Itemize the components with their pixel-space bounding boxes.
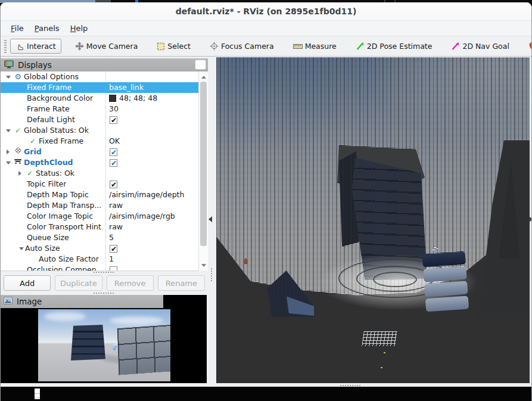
toolbar-drag-handle[interactable] — [4, 40, 7, 53]
time-panel-handle[interactable] — [35, 388, 40, 399]
tree-row-default-light[interactable]: Default Light✔ — [1, 114, 208, 125]
property-value-cell[interactable]: 5 — [105, 232, 208, 243]
measure-tool-button[interactable]: Measure — [288, 39, 342, 54]
menu-panels[interactable]: Panels — [29, 22, 65, 35]
scan-ring — [373, 272, 417, 287]
hide-left-dock-icon[interactable] — [209, 216, 212, 222]
splitter-handle[interactable] — [94, 272, 114, 273]
property-label: Color Image Topic — [27, 211, 93, 222]
display-buttons-row: Add Duplicate Remove Rename — [1, 275, 208, 291]
property-value-cell[interactable] — [105, 265, 208, 271]
tree-row-topic-filter[interactable]: Topic Filter✔ — [1, 179, 208, 189]
displays-tree[interactable]: ⚙Global OptionsFixed Framebase_linkBackg… — [1, 72, 208, 271]
property-value-cell[interactable]: /airsim/image/rgb — [105, 211, 208, 222]
tree-row-status-ok[interactable]: ✓Status: Ok — [1, 168, 208, 179]
render-viewport[interactable] — [216, 57, 530, 383]
property-value-cell[interactable]: raw — [105, 222, 208, 232]
collapse-arrow-icon[interactable] — [17, 247, 25, 250]
checkbox-checked[interactable]: ✔ — [110, 148, 117, 156]
property-label: Fixed Frame — [39, 136, 83, 147]
property-value-cell[interactable] — [105, 125, 208, 136]
tree-row-auto-size-factor[interactable]: Auto Size Factor1 — [1, 254, 208, 265]
property-value-cell[interactable] — [105, 168, 208, 179]
tree-row-auto-size[interactable]: Auto Size✔ — [1, 243, 208, 254]
scroll-up-icon[interactable] — [201, 76, 206, 79]
wall-slat — [422, 251, 466, 268]
tree-row-fixed-frame[interactable]: ✓Fixed FrameOK — [1, 136, 208, 147]
tree-row-background-color[interactable]: Background Color48; 48; 48 — [1, 93, 208, 104]
property-value-cell[interactable]: /airsim/image/depth — [105, 189, 208, 200]
property-value-cell[interactable]: 48; 48; 48 — [105, 93, 208, 104]
axis-dot — [381, 367, 382, 368]
collapse-arrow-icon[interactable] — [4, 161, 12, 164]
title-bar[interactable]: default.rviz* - RViz (on 2895e1fb0d11) — [1, 2, 531, 21]
publish-point-tool-button[interactable]: Publish Point — [523, 39, 532, 54]
checkbox-unchecked[interactable] — [110, 266, 117, 272]
expand-arrow-icon[interactable] — [16, 171, 24, 176]
property-value-cell[interactable]: base_link — [105, 82, 208, 93]
image-panel-header[interactable]: Image — [1, 295, 163, 308]
tree-row-fixed-frame[interactable]: Fixed Framebase_link — [1, 82, 208, 93]
vertical-splitter[interactable] — [208, 57, 216, 384]
splitter-handle[interactable] — [94, 293, 114, 294]
duplicate-button[interactable]: Duplicate — [55, 275, 102, 291]
property-value-cell[interactable]: ✔ — [105, 179, 208, 189]
property-name-cell: Topic Filter — [1, 179, 105, 189]
tree-row-occlusion-compen[interactable]: Occlusion Compen... — [1, 265, 208, 271]
checkbox-checked[interactable]: ✔ — [110, 116, 117, 124]
tree-scrollbar[interactable] — [198, 72, 208, 271]
checkbox-checked[interactable]: ✔ — [110, 181, 117, 188]
checkbox-checked[interactable]: ✔ — [110, 245, 117, 253]
select-tool-button[interactable]: Select — [151, 39, 196, 54]
property-value: base_link — [109, 82, 144, 93]
tree-row-frame-rate[interactable]: Frame Rate30 — [1, 104, 208, 114]
rename-button[interactable]: Rename — [158, 275, 205, 291]
status-ok-icon: ✓ — [27, 136, 39, 147]
tree-row-depth-map-topic[interactable]: Depth Map Topic/airsim/image/depth — [1, 189, 208, 200]
axis-dot — [384, 352, 385, 353]
pose-estimate-tool-button[interactable]: 2D Pose Estimate — [350, 39, 438, 54]
move-camera-tool-button[interactable]: Move Camera — [70, 39, 144, 54]
panel-float-button[interactable] — [195, 60, 206, 70]
cloud — [110, 316, 163, 325]
tree-row-color-image-topic[interactable]: Color Image Topic/airsim/image/rgb — [1, 211, 208, 222]
menu-help[interactable]: Help — [65, 22, 94, 35]
menu-file[interactable]: File — [5, 22, 29, 35]
tree-row-color-transport-hint[interactable]: Color Transport Hintraw — [1, 222, 208, 232]
scroll-down-icon[interactable] — [201, 264, 206, 267]
window-title: default.rviz* - RViz (on 2895e1fb0d11) — [176, 7, 357, 16]
remove-button[interactable]: Remove — [107, 275, 154, 291]
nav-goal-tool-button[interactable]: 2D Nav Goal — [446, 39, 514, 54]
tree-row-global-status-ok[interactable]: ✓Global Status: Ok — [1, 125, 208, 136]
scrollbar-thumb[interactable] — [200, 82, 207, 246]
move-arrows-icon — [75, 42, 84, 51]
right-margin — [530, 57, 532, 384]
property-value-cell[interactable]: 1 — [105, 254, 208, 265]
property-name-cell: Auto Size Factor — [1, 254, 105, 265]
tree-row-queue-size[interactable]: Queue Size5 — [1, 232, 208, 243]
gray-wall-stack — [422, 251, 469, 314]
checkbox-checked[interactable]: ✔ — [110, 159, 117, 167]
tree-row-depthcloud[interactable]: DepthCloud✔ — [1, 157, 208, 168]
property-value-cell[interactable]: ✔ — [105, 157, 208, 168]
property-value-cell[interactable]: ✔ — [105, 243, 208, 254]
interact-tool-button[interactable]: Interact — [10, 39, 61, 54]
property-value-cell[interactable]: 30 — [105, 104, 208, 114]
collapse-arrow-icon[interactable] — [4, 129, 12, 132]
expand-arrow-icon[interactable] — [4, 150, 12, 154]
property-name-cell: ✓Global Status: Ok — [1, 125, 105, 136]
tree-row-depth-map-transp[interactable]: Depth Map Transp...raw — [1, 200, 208, 211]
property-value-cell[interactable]: OK — [105, 136, 208, 147]
collapse-arrow-icon[interactable] — [4, 76, 12, 79]
focus-camera-tool-button[interactable]: Focus Camera — [204, 39, 279, 54]
map-pin-icon — [528, 42, 532, 51]
displays-panel-header[interactable]: Displays — [1, 58, 208, 72]
hide-right-dock-icon[interactable] — [529, 216, 532, 222]
property-value-cell[interactable] — [105, 72, 208, 82]
property-value-cell[interactable]: raw — [105, 200, 208, 211]
property-value-cell[interactable]: ✔ — [105, 147, 208, 157]
property-value-cell[interactable]: ✔ — [105, 114, 208, 125]
add-button[interactable]: Add — [4, 275, 51, 291]
tree-row-grid[interactable]: Grid✔ — [1, 147, 208, 157]
tree-row-global-options[interactable]: ⚙Global Options — [1, 72, 208, 82]
